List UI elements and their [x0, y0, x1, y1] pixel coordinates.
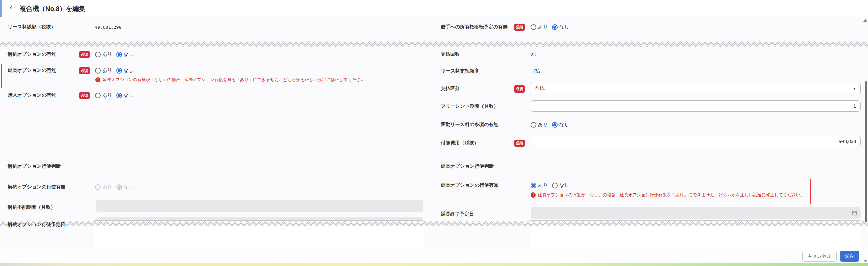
payment-type-label: 支払区分	[441, 86, 514, 92]
purchase-option-radio-yes[interactable]	[95, 93, 101, 98]
page-header: ‹ 複合機（No.8）を編集	[0, 0, 868, 17]
extend-exercise-radio-yes[interactable]	[531, 183, 536, 188]
payment-frequency-value: 月払	[531, 68, 540, 74]
payment-count-value: 23	[531, 52, 536, 57]
cancel-exercise-date-label: 解約オプション行使予定日	[8, 222, 79, 228]
chevron-down-icon: ▼	[853, 87, 856, 90]
ownership-transfer-label: 借手への所有権移転予定の有無	[441, 24, 514, 30]
extend-end-date-input	[531, 207, 861, 219]
incidental-cost-label: 付随費用（税抜）	[441, 140, 514, 146]
extend-option-radio-yes[interactable]	[95, 68, 101, 74]
extend-option-radio-no[interactable]	[116, 68, 122, 74]
torn-divider-top	[0, 40, 868, 47]
payment-count-label: 支払回数	[441, 51, 514, 57]
extend-exercise-label: 延長オプションの行使有無	[441, 182, 514, 188]
error-text: 延長オプションの有無が「なし」の場合、延長オプション行使有無を「あり」にできませ…	[103, 77, 369, 83]
field-extend-end-date: 延長終了予定日	[441, 210, 514, 218]
purchase-option-label: 購入オプションの有無	[8, 92, 79, 98]
cancel-option-label: 解約オプションの有無	[8, 51, 79, 57]
cancel-button[interactable]: キャンセル	[802, 251, 837, 262]
radio-yes-label: あり	[538, 122, 548, 128]
calendar-icon	[852, 210, 857, 216]
radio-no-label: なし	[124, 67, 134, 74]
field-payment-type: 支払区分 必須	[441, 85, 531, 93]
field-ownership-transfer: 借手への所有権移転予定の有無 必須 あり なし	[441, 23, 573, 31]
cancel-option-radio-yes[interactable]	[95, 52, 101, 57]
free-rent-label: フリーレント期間（月数）	[441, 103, 514, 109]
lease-total-value: ¥9,681,298	[95, 25, 121, 30]
cancel-section-title: 解約オプション行使判断	[8, 163, 61, 169]
cancel-exercise-radio-no	[116, 184, 122, 190]
ownership-transfer-radio-no[interactable]	[552, 24, 558, 30]
radio-yes-label: あり	[102, 92, 112, 98]
field-extend-exercise: 延長オプションの行使有無 あり なし	[441, 181, 573, 189]
extend-end-date-label: 延長終了予定日	[441, 211, 514, 217]
extend-option-error-message: ! 延長オプションの有無が「なし」の場合、延長オプション行使有無を「あり」にでき…	[95, 77, 369, 83]
radio-no-label: なし	[559, 24, 569, 30]
save-button[interactable]: 保存	[840, 251, 859, 262]
radio-no-label: なし	[559, 182, 569, 188]
payment-frequency-label: リース料支払頻度	[441, 68, 514, 74]
field-variable-lease: 変動リース料の条項の有無 あり なし	[441, 121, 573, 129]
scrollbar-up-arrow-icon[interactable]	[863, 19, 867, 22]
extend-section-title: 延長オプション行使判断	[441, 163, 494, 169]
radio-no-label: なし	[124, 92, 134, 98]
page-title: 複合機（No.8）を編集	[20, 4, 85, 13]
variable-lease-label: 変動リース料の条項の有無	[441, 122, 514, 128]
footer-bar	[0, 249, 868, 263]
variable-lease-radio-no[interactable]	[552, 122, 558, 128]
radio-yes-label: あり	[102, 67, 112, 74]
error-icon: !	[95, 77, 100, 82]
lease-total-label: リース料総額（税抜）	[8, 24, 79, 30]
required-badge: 必須	[79, 67, 90, 74]
variable-lease-radio-yes[interactable]	[531, 122, 536, 128]
radio-no-label: なし	[124, 184, 134, 190]
purchase-option-radio-no[interactable]	[116, 93, 122, 98]
extend-exercise-error-message: ! 延長オプションの有無が「なし」の場合、延長オプション行使有無を「あり」にでき…	[531, 192, 805, 198]
field-cancel-exercise-date: 解約オプション行使予定日	[8, 221, 79, 229]
field-payment-frequency: リース料支払頻度 月払	[441, 67, 540, 75]
extend-exercise-radio-no[interactable]	[552, 183, 558, 188]
radio-no-label: なし	[124, 51, 134, 57]
field-lease-total: リース料総額（税抜） ¥9,681,298	[8, 23, 121, 31]
header-accent-strip	[0, 0, 2, 17]
payment-type-selected-value: 前払	[535, 85, 545, 91]
error-icon: !	[531, 192, 536, 198]
field-non-cancelable-period: 解約不能期間（月数）	[8, 203, 79, 211]
required-badge: 必須	[79, 92, 90, 99]
field-extend-option: 延長オプションの有無 必須 あり なし	[8, 66, 137, 75]
non-cancelable-period-input	[96, 200, 423, 212]
field-cancel-option: 解約オプションの有無 必須 あり なし	[8, 50, 137, 58]
radio-yes-label: あり	[538, 182, 548, 188]
bottom-window-edge	[0, 263, 868, 266]
required-badge: 必須	[514, 24, 525, 31]
scrollbar-thumb[interactable]	[865, 81, 867, 222]
radio-yes-label: あり	[538, 24, 548, 30]
radio-yes-label: あり	[102, 184, 112, 190]
torn-divider-bottom	[0, 220, 868, 226]
scrollbar-down-arrow-icon[interactable]	[863, 260, 867, 262]
free-rent-input[interactable]	[531, 100, 861, 112]
cancel-exercise-label: 解約オプションの行使有無	[8, 184, 79, 190]
radio-yes-label: あり	[102, 51, 112, 57]
error-text: 延長オプションの有無が「なし」の場合、延長オプション行使有無を「あり」にできませ…	[538, 192, 805, 198]
cancel-option-radio-no[interactable]	[116, 52, 122, 57]
incidental-cost-input[interactable]	[531, 136, 861, 147]
radio-no-label: なし	[559, 122, 569, 128]
field-cancel-exercise: 解約オプションの行使有無 あり なし	[8, 183, 137, 191]
ownership-transfer-radio-yes[interactable]	[531, 24, 536, 30]
non-cancelable-period-label: 解約不能期間（月数）	[8, 204, 79, 210]
back-button[interactable]: ‹	[9, 3, 12, 13]
cancel-exercise-radio-yes	[95, 184, 101, 190]
payment-type-select[interactable]: 前払 ▼	[531, 83, 861, 94]
field-incidental-cost: 付随費用（税抜） 必須	[441, 139, 531, 147]
field-payment-count: 支払回数 23	[441, 50, 536, 58]
required-badge: 必須	[514, 140, 525, 147]
extend-option-label: 延長オプションの有無	[8, 67, 79, 74]
required-badge: 必須	[514, 85, 525, 93]
field-free-rent: フリーレント期間（月数）	[441, 102, 531, 110]
required-badge: 必須	[79, 51, 90, 58]
field-purchase-option: 購入オプションの有無 必須 あり なし	[8, 91, 137, 99]
